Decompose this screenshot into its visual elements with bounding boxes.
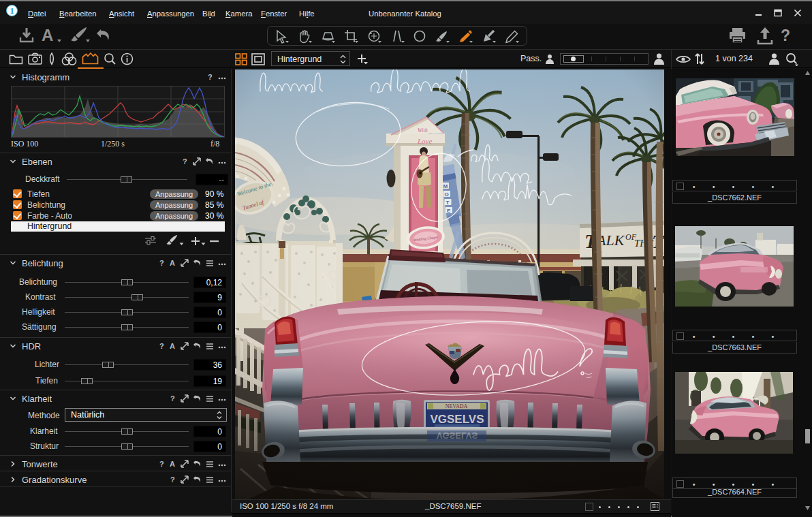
svg-text:?: ? bbox=[159, 259, 164, 267]
svg-text:?: ? bbox=[159, 342, 164, 350]
svg-text:A: A bbox=[170, 342, 175, 350]
svg-text:?: ? bbox=[170, 394, 175, 403]
svg-text:?: ? bbox=[170, 475, 175, 484]
svg-text:?: ? bbox=[183, 157, 187, 166]
svg-text:?: ? bbox=[159, 460, 164, 468]
svg-text:?: ? bbox=[208, 73, 213, 81]
svg-text:1: 1 bbox=[10, 6, 14, 16]
svg-text:A: A bbox=[170, 460, 175, 468]
svg-text:A: A bbox=[170, 259, 175, 267]
